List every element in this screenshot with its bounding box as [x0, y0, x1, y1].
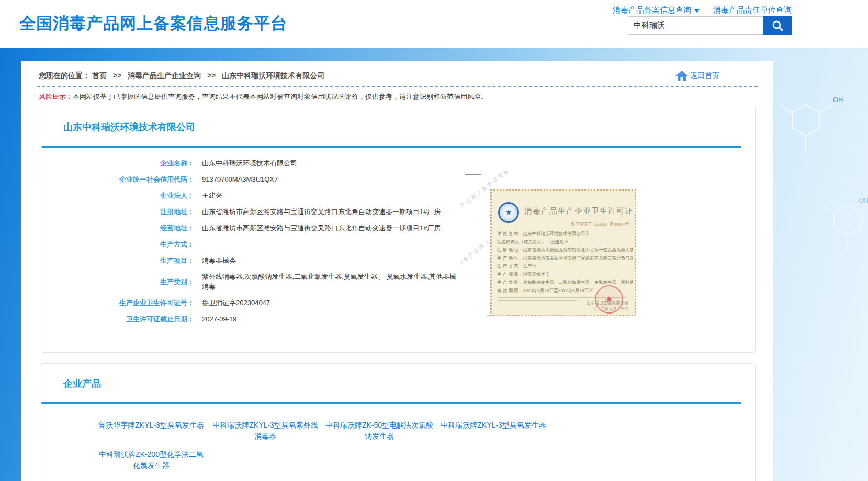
breadcrumb-current: 山东中科瑞沃环境技术有限公司	[222, 71, 324, 80]
main-content-column: 您现在的位置： 首页 >> 消毒产品生产企业查询 >> 山东中科瑞沃环境技术有限…	[21, 61, 773, 481]
breadcrumb: 您现在的位置： 首页 >> 消毒产品生产企业查询 >> 山东中科瑞沃环境技术有限…	[39, 71, 324, 81]
field-row: 生产方式：	[41, 239, 755, 249]
field-row: 企业法人： 王建亮	[41, 191, 755, 200]
company-info-panel: 山东中科瑞沃环境技术有限公司 企业名称： 山东中科瑞沃环境技术有限公司 企业统一…	[41, 107, 756, 353]
field-row: 生产企业卫生许可证号： 鲁卫消证字202304047	[41, 298, 755, 308]
breadcrumb-separator: >>	[207, 71, 216, 80]
field-row: 企业统一社会信用代码： 91370700MA3M3U1QX7	[41, 174, 755, 184]
chevron-down-icon	[694, 9, 700, 13]
molecule-background-art: OH OH	[771, 50, 868, 290]
field-row: 企业名称： 山东中科瑞沃环境技术有限公司	[41, 158, 755, 168]
certificate-issue-date: 二〇二三年九月二十日	[589, 307, 628, 312]
back-home-label: 返回首页	[690, 71, 719, 81]
back-home-link[interactable]: 返回首页	[675, 71, 719, 81]
certificate-paper: ★ 消毒产品生产企业卫生许可证 鲁卫消证字（2023）第04047号 单 位 名…	[490, 189, 636, 316]
breadcrumb-separator: >>	[113, 71, 121, 80]
product-link[interactable]: 中科瑞沃牌ZKYL-3型臭氧紫外线消毒器	[210, 420, 321, 442]
company-fields: 企业名称： 山东中科瑞沃环境技术有限公司 企业统一社会信用代码： 9137070…	[41, 158, 755, 324]
product-link[interactable]: 鲁沃华宇牌ZKYL-3型臭氧发生器	[96, 420, 207, 442]
risk-notice-text: 本网站仅基于已掌握的信息提供查询服务，查询结果不代表本网站对被查询对象信用状况的…	[73, 93, 488, 100]
site-title: 全国消毒产品网上备案信息服务平台	[19, 13, 287, 35]
license-certificate-image: 全国消毒产品网上备案信息服务平台 全国消毒产品网上备案信息服务平台 全国消毒产品…	[461, 171, 636, 317]
search-box	[628, 16, 792, 35]
risk-notice: 风险提示：本网站仅基于已掌握的信息提供查询服务，查询结果不代表本网站对被查询对象…	[39, 92, 758, 102]
blue-divider	[41, 402, 741, 404]
field-row: 生产项目： 消毒器械类	[41, 255, 755, 265]
certificate-issuer: 山东省卫生健康委员会	[587, 300, 628, 306]
top-header: 全国消毒产品网上备案信息服务平台 消毒产品备案信息查询 消毒产品责任单位查询	[0, 0, 868, 48]
products-title: 企业产品	[63, 377, 755, 390]
certificate-number: 鲁卫消证字（2023）第04047号	[571, 221, 629, 227]
health-emblem-icon: ★	[498, 202, 519, 223]
field-row: 生产类别： 紫外线消毒器,次氯酸钠发生器,二氧化氯发生器,臭氧发生器、 臭氧水发…	[41, 272, 755, 292]
product-list: 鲁沃华宇牌ZKYL-3型臭氧发生器 中科瑞沃牌ZKYL-3型臭氧紫外线消毒器 中…	[96, 420, 556, 478]
magnifier-icon	[771, 19, 784, 32]
blue-divider	[41, 146, 741, 148]
top-nav: 消毒产品备案信息查询 消毒产品责任单位查询	[613, 5, 792, 15]
nav-record-info-query-label: 消毒产品备案信息查询	[613, 5, 691, 15]
search-input[interactable]	[628, 16, 763, 35]
scan-dash-mark	[465, 174, 481, 175]
nav-record-info-query[interactable]: 消毒产品备案信息查询	[613, 5, 700, 15]
certificate-fields: 单 位 名 称：山东中科瑞沃环境技术有限公司※ 法定代表人（或负责人）：王建亮※…	[497, 230, 633, 295]
breadcrumb-company-query[interactable]: 消毒产品生产企业查询	[128, 71, 201, 80]
product-link[interactable]: 中科瑞沃牌ZKYL-3型臭氧发生器	[438, 420, 549, 442]
home-icon	[675, 71, 688, 81]
field-row: 经营地址： 山东省潍坊市高新区潍安路与宝通街交叉路口东北角自动变速器一期项目1#…	[41, 223, 755, 233]
search-button[interactable]	[763, 16, 792, 35]
svg-text:OH: OH	[833, 96, 843, 104]
product-link[interactable]: 中科瑞沃牌ZK-50型电解法次氯酸钠发生器	[324, 420, 435, 442]
company-title: 山东中科瑞沃环境技术有限公司	[63, 121, 755, 133]
company-products-panel: 企业产品 鲁沃华宇牌ZKYL-3型臭氧发生器 中科瑞沃牌ZKYL-3型臭氧紫外线…	[41, 363, 756, 481]
svg-text:OH: OH	[859, 197, 868, 204]
field-row: 卫生许可证截止日期： 2027-09-19	[41, 314, 755, 324]
nav-responsible-unit-query[interactable]: 消毒产品责任单位查询	[713, 5, 792, 15]
field-row: 注册地址： 山东省潍坊市高新区潍安路与宝通街交叉路口东北角自动变速器一期项目1#…	[41, 207, 755, 217]
breadcrumb-home[interactable]: 首页	[92, 71, 107, 80]
certificate-title: 消毒产品生产企业卫生许可证	[524, 206, 633, 216]
product-link[interactable]: 中科瑞沃牌ZK-200型化学法二氧化氯发生器	[96, 449, 207, 471]
dashed-divider	[37, 86, 758, 87]
risk-notice-label: 风险提示：	[39, 93, 73, 100]
breadcrumb-prefix: 您现在的位置：	[39, 71, 90, 80]
